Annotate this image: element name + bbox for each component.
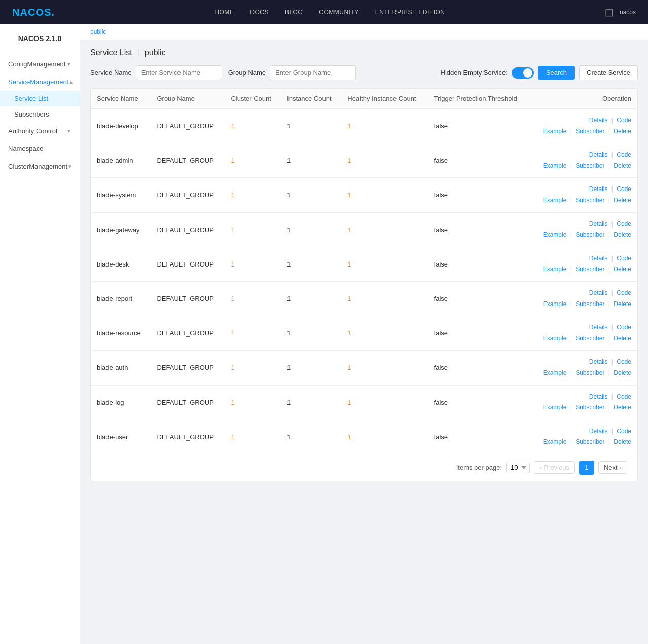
- operation-cell: Details | Code Example | Subscriber | De…: [530, 385, 637, 420]
- sidebar-item-service-list[interactable]: Service List: [0, 91, 80, 106]
- code-link[interactable]: Code: [617, 255, 631, 262]
- code-link[interactable]: Code: [617, 358, 631, 365]
- example-link[interactable]: Example: [543, 231, 567, 238]
- subscriber-link[interactable]: Subscriber: [575, 335, 604, 342]
- op-links: Details | Code Example | Subscriber | De…: [536, 253, 631, 275]
- delete-link[interactable]: Delete: [614, 438, 631, 445]
- details-link[interactable]: Details: [589, 255, 608, 262]
- service-name-input[interactable]: [136, 65, 222, 80]
- subscriber-link[interactable]: Subscriber: [575, 231, 604, 238]
- sidebar-item-config-management[interactable]: ConfigManagement ▼: [0, 55, 80, 73]
- details-link[interactable]: Details: [589, 185, 608, 193]
- subscriber-link[interactable]: Subscriber: [575, 404, 604, 411]
- delete-link[interactable]: Delete: [614, 162, 631, 169]
- delete-link[interactable]: Delete: [614, 266, 631, 273]
- previous-page-button[interactable]: ‹ Previous: [534, 461, 575, 474]
- sidebar-item-namespace[interactable]: Namespace: [0, 140, 80, 158]
- hidden-empty-toggle[interactable]: [512, 67, 534, 79]
- sep2: |: [570, 335, 572, 342]
- highlight-value: 1: [231, 191, 234, 199]
- sep1: |: [611, 393, 613, 400]
- example-link[interactable]: Example: [543, 128, 567, 135]
- sidebar-item-subscribers[interactable]: Subscribers: [0, 106, 80, 122]
- nav-enterprise[interactable]: ENTERPRISE EDITION: [375, 9, 445, 16]
- sep3: |: [608, 128, 610, 135]
- example-link[interactable]: Example: [543, 335, 567, 342]
- table-cell: blade-report: [91, 281, 151, 316]
- subscriber-link[interactable]: Subscriber: [575, 197, 604, 204]
- delete-link[interactable]: Delete: [614, 197, 631, 204]
- subscriber-link[interactable]: Subscriber: [575, 128, 604, 135]
- example-link[interactable]: Example: [543, 197, 567, 204]
- nav-docs[interactable]: DOCS: [250, 9, 269, 16]
- items-per-page-select[interactable]: 10 20 50: [506, 462, 530, 473]
- grid-icon[interactable]: ◫: [605, 7, 614, 18]
- items-per-page-label: Items per page:: [456, 464, 502, 471]
- code-link[interactable]: Code: [617, 151, 631, 158]
- nav-blog[interactable]: BLOG: [285, 9, 303, 16]
- example-link[interactable]: Example: [543, 369, 567, 376]
- top-navigation: NACOS. HOME DOCS BLOG COMMUNITY ENTERPRI…: [0, 0, 648, 24]
- code-link[interactable]: Code: [617, 324, 631, 331]
- code-link[interactable]: Code: [617, 117, 631, 124]
- details-link[interactable]: Details: [589, 393, 608, 400]
- highlight-value: 1: [347, 260, 351, 268]
- delete-link[interactable]: Delete: [614, 335, 631, 342]
- code-link[interactable]: Code: [617, 185, 631, 193]
- sidebar-service-label: ServiceManagement: [8, 78, 68, 86]
- highlight-value: 1: [347, 191, 351, 199]
- code-link[interactable]: Code: [617, 428, 631, 435]
- table-cell: 1: [225, 316, 281, 351]
- subscriber-link[interactable]: Subscriber: [575, 266, 604, 273]
- operation-cell: Details | Code Example | Subscriber | De…: [530, 316, 637, 351]
- create-service-button[interactable]: Create Service: [579, 65, 638, 80]
- sidebar-item-cluster-management[interactable]: ClusterManagement ▼: [0, 158, 80, 175]
- example-link[interactable]: Example: [543, 438, 567, 445]
- operation-cell: Details | Code Example | Subscriber | De…: [530, 212, 637, 247]
- code-link[interactable]: Code: [617, 289, 631, 296]
- details-link[interactable]: Details: [589, 220, 608, 228]
- delete-link[interactable]: Delete: [614, 128, 631, 135]
- example-link[interactable]: Example: [543, 162, 567, 169]
- sep2: |: [570, 369, 572, 376]
- subscriber-link[interactable]: Subscriber: [575, 162, 604, 169]
- table-cell: 1: [341, 351, 427, 385]
- table-cell: false: [428, 385, 530, 420]
- sep3: |: [608, 266, 610, 273]
- code-link[interactable]: Code: [617, 220, 631, 228]
- details-link[interactable]: Details: [589, 358, 608, 365]
- delete-link[interactable]: Delete: [614, 300, 631, 308]
- table-cell: 1: [341, 281, 427, 316]
- table-cell: 1: [281, 109, 341, 143]
- example-link[interactable]: Example: [543, 404, 567, 411]
- code-link[interactable]: Code: [617, 393, 631, 400]
- subscriber-link[interactable]: Subscriber: [575, 369, 604, 376]
- details-link[interactable]: Details: [589, 289, 608, 296]
- highlight-value: 1: [231, 226, 234, 234]
- delete-link[interactable]: Delete: [614, 369, 631, 376]
- logo: NACOS.: [12, 7, 55, 18]
- example-link[interactable]: Example: [543, 300, 567, 308]
- subscriber-link[interactable]: Subscriber: [575, 300, 604, 308]
- nav-home[interactable]: HOME: [214, 9, 234, 16]
- delete-link[interactable]: Delete: [614, 231, 631, 238]
- sidebar-item-service-management[interactable]: ServiceManagement ▲: [0, 73, 80, 91]
- sep1: |: [611, 151, 613, 158]
- example-link[interactable]: Example: [543, 266, 567, 273]
- group-name-input[interactable]: [270, 65, 356, 80]
- details-link[interactable]: Details: [589, 117, 608, 124]
- table-cell: 1: [225, 178, 281, 212]
- subscriber-link[interactable]: Subscriber: [575, 438, 604, 445]
- page-subtitle: public: [145, 48, 166, 57]
- next-page-button[interactable]: Next ›: [598, 461, 627, 474]
- delete-link[interactable]: Delete: [614, 404, 631, 411]
- sidebar-item-authority-control[interactable]: Authority Control ▼: [0, 122, 80, 140]
- group-name-group: Group Name: [228, 65, 356, 80]
- details-link[interactable]: Details: [589, 428, 608, 435]
- sep3: |: [608, 300, 610, 308]
- details-link[interactable]: Details: [589, 324, 608, 331]
- nav-community[interactable]: COMMUNITY: [319, 9, 359, 16]
- details-link[interactable]: Details: [589, 151, 608, 158]
- search-button[interactable]: Search: [538, 66, 575, 80]
- highlight-value: 1: [347, 226, 351, 234]
